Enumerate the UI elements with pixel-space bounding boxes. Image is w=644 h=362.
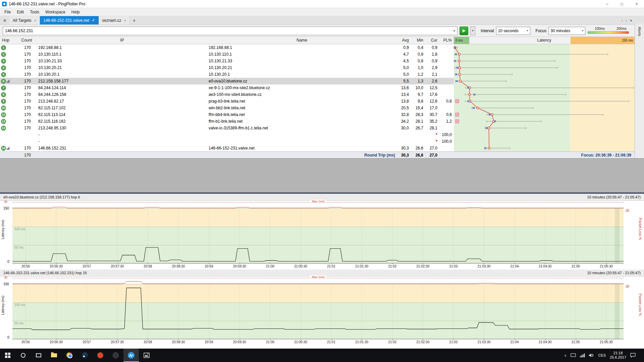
game-app-button[interactable] [93, 349, 108, 362]
column-header-cur[interactable]: Cur [425, 37, 439, 44]
latency-axis-title: Latency (ms) [1, 296, 5, 315]
menu-item-file[interactable]: File [1, 10, 14, 14]
graph-range-label: 10 minutes (20:55:47 - 21:05:47) [587, 195, 641, 199]
column-header-min[interactable]: Min [411, 37, 425, 44]
new-tab-button[interactable]: + [130, 16, 139, 24]
start-button[interactable] [0, 349, 15, 362]
tab-scroll-left-icon[interactable]: ‹ [622, 18, 623, 22]
packet-loss-axis-max: 30 [626, 209, 629, 213]
tray-time: 21:18 [610, 351, 626, 355]
table-row[interactable]: -*100,0 [0, 131, 454, 138]
tab-menu-icon[interactable]: ≡ [0, 16, 9, 24]
target-combo: ▾ [3, 26, 458, 35]
jitter-label: Jitter (ms) [310, 276, 326, 279]
summary-cur: 27,0 [425, 152, 439, 158]
table-row[interactable]: 16170146.66.152.231146-66-152-231.valve.… [0, 145, 454, 152]
timeline-graph-icon [7, 146, 10, 150]
trace-options-dropdown[interactable]: ▾ [470, 26, 476, 35]
maximize-button[interactable]: □ [614, 0, 629, 8]
column-header-avg[interactable]: Avg [396, 37, 411, 44]
steam-button[interactable] [77, 349, 93, 362]
column-header-name[interactable]: Name [207, 37, 396, 44]
table-row[interactable]: 1217062.115.116.162ffm-b1-link.telia.net… [0, 118, 454, 125]
menu-item-help[interactable]: Help [68, 10, 83, 14]
chrome-icon [66, 352, 72, 358]
table-row[interactable]: 13170213.248.95.130valve-ic-315389-ffm-b… [0, 125, 454, 131]
table-row[interactable]: 317010.130.21.3310.130.21.334,50,80,9 [0, 58, 454, 64]
table-row[interactable]: 6170212.158.158.177e0-ova10.bluetone.cz5… [0, 78, 454, 84]
tab-list-dropdown-icon[interactable]: ▾ [630, 18, 632, 23]
tab-close-icon[interactable]: × [124, 18, 126, 22]
column-header-hop[interactable]: Hop [0, 37, 16, 44]
chrome-button[interactable] [62, 349, 77, 362]
timeline-graph-hop-16: 146-66-152-231.valve.net (146.66.152.231… [0, 269, 644, 345]
steam-icon [82, 352, 88, 358]
hop-number-badge: 2 [1, 52, 6, 57]
menu-item-workspace[interactable]: Workspace [42, 10, 68, 14]
display-icon[interactable] [571, 353, 576, 357]
table-row[interactable]: 517010.130.20.110.130.20.15,01,22,1 [0, 71, 454, 78]
minimize-button[interactable]: – [600, 0, 614, 8]
tab-scroll-controls: ‹ › ▾ [622, 16, 632, 25]
table-row[interactable]: 1170192.168.88.1192.168.88.10,90,40,9 [0, 44, 454, 51]
x-axis-label: 21:03 [449, 340, 458, 344]
jitter-strip: Jitter (ms) [12, 201, 624, 208]
timeline-graph-icon [7, 79, 10, 83]
hidden-icons-chevron[interactable]: ∧ [564, 354, 567, 357]
pingplotter-taskbar-button[interactable] [123, 349, 139, 362]
start-trace-button[interactable] [460, 26, 468, 35]
latency-plot-area[interactable]: 100 ms 50 ms [12, 208, 624, 263]
table-row[interactable]: 717084.244.124.114xe-9-1-1-100-mx-site2.… [0, 84, 454, 91]
scale-200ms-label: 200ms [616, 27, 627, 31]
summary-avg: 30,3 [396, 152, 411, 158]
tab-seznam-cz[interactable]: seznam.cz× [99, 16, 130, 24]
taskbar-clock[interactable]: 21:18 25.6.2017 [610, 351, 626, 360]
media-app-button[interactable] [108, 349, 123, 362]
table-row[interactable]: 9170213.248.82.17prag-b3-link.telia.net1… [0, 98, 454, 105]
alerts-side-tab[interactable]: Alerts [635, 23, 644, 158]
summary-ip-cell [37, 152, 207, 158]
table-row[interactable]: 1017062.115.117.102win-bb2-link.telia.ne… [0, 105, 454, 111]
latency-plot-area[interactable]: 100 ms 50 ms [12, 284, 624, 339]
tab-146-66-152-231-valve-net[interactable]: 146-66-152-231.valve.net✓ [40, 16, 99, 24]
notification-center-icon[interactable] [630, 353, 636, 358]
table-row[interactable]: 417010.130.20.2110.130.20.215,01,02,9 [0, 64, 454, 71]
network-icon[interactable] [580, 353, 585, 357]
tab-all-targets[interactable]: All Targets× [9, 16, 40, 24]
table-row[interactable]: 817084.244.126.158ae3-100-mx-site4.bluet… [0, 91, 454, 98]
windows-logo-icon [5, 353, 10, 358]
column-header-count[interactable]: Count [16, 37, 37, 44]
tab-scroll-right-icon[interactable]: › [626, 18, 627, 22]
volume-icon[interactable] [589, 353, 594, 357]
latency-scale-legend[interactable]: 100ms 200ms [587, 27, 629, 35]
menu-item-edit[interactable]: Edit [14, 10, 27, 14]
column-header-ip[interactable]: IP [37, 37, 207, 44]
close-button[interactable]: × [629, 0, 644, 8]
language-indicator[interactable]: CES [598, 353, 606, 357]
latency-0ms-label: 0 ms [454, 37, 469, 44]
x-axis-label: 21:00 [266, 340, 274, 344]
tab-close-icon[interactable]: × [34, 18, 36, 22]
table-row[interactable]: 217010.130.110.110.130.110.14,70,91,8 [0, 51, 454, 58]
latency-axis-min: 0 [7, 260, 9, 263]
search-button[interactable] [15, 349, 31, 362]
focus-select[interactable]: 30 minutes ▾ [548, 27, 585, 35]
table-row[interactable]: -*100,0 [0, 138, 454, 145]
column-header-pl[interactable]: PL% [439, 37, 454, 44]
trace-table-header: Hop Count IP Name Avg Min Cur PL% Latenc… [0, 37, 644, 44]
menu-item-tools[interactable]: Tools [27, 10, 42, 14]
photos-button[interactable] [139, 349, 154, 362]
file-explorer-button[interactable] [46, 349, 62, 362]
x-axis-label: 21:04:30 [539, 340, 552, 344]
table-row[interactable]: 1117062.115.113.114ffm-bb4-link.telia.ne… [0, 111, 454, 118]
x-axis-label: 20:59:30 [233, 264, 246, 268]
window-title: 146-66-152-231.valve.net - PingPlotter P… [9, 2, 85, 6]
interval-select[interactable]: 10 seconds ▾ [496, 27, 530, 35]
round-trip-summary-row: 170 Round Trip (ms) 30,3 26,6 27,0 Focus… [0, 152, 644, 158]
target-dropdown-icon[interactable]: ▾ [451, 29, 457, 33]
hop-number-badge: 9 [1, 99, 6, 104]
screen: 146-66-152-231.valve.net - PingPlotter P… [0, 0, 644, 362]
target-input[interactable] [3, 27, 451, 35]
packet-loss-axis-title: Packet Loss % [638, 218, 642, 240]
task-view-button[interactable] [31, 349, 46, 362]
